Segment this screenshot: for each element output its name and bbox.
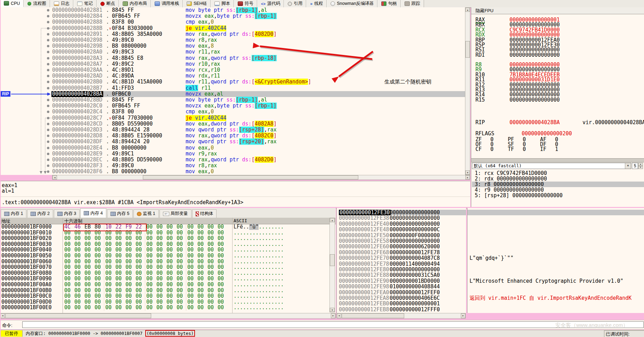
dump-byte[interactable]: 00 [146,235,156,241]
dump-ascii[interactable]: ................ [234,270,284,276]
dump-byte[interactable]: 00 [105,241,115,247]
dump-byte[interactable]: 00 [105,264,115,270]
dump-ascii[interactable]: ................ [234,264,284,270]
dump-byte[interactable]: 00 [125,293,136,299]
dump-byte[interactable]: 00 [105,247,115,253]
dump-byte[interactable]: 00 [115,253,125,259]
dump-ascii[interactable]: ................ [234,305,284,311]
register-row[interactable]: RFLAGS0000000000000200 [471,131,644,136]
dump-byte[interactable]: 00 [64,299,74,305]
stack-address[interactable]: 000000000012FE90 [339,278,389,284]
dump-byte[interactable]: 00 [146,259,156,265]
dump-byte[interactable]: 00 [177,259,187,265]
disasm-row[interactable]: 00000000004028D8.48:8B05 E1590000mov rax… [0,133,470,139]
dump-byte[interactable]: 00 [64,270,74,276]
dump-byte[interactable]: 00 [177,282,187,288]
dump-byte[interactable]: 00 [156,235,166,241]
dump-byte[interactable]: 00 [105,293,115,299]
dump-byte[interactable]: 00 [207,293,218,299]
breakpoint-dot-icon[interactable] [47,135,49,137]
dump-byte[interactable]: 00 [207,282,218,288]
dump-byte[interactable]: 00 [177,288,187,294]
stack-row[interactable]: 000000000012FE780000011400000494 [337,261,466,267]
dump-byte[interactable]: 00 [197,230,207,236]
disasm-row[interactable]: 00000000004028F3.49:89C0mov r8,rax [0,163,470,169]
dump-byte[interactable]: 00 [95,282,105,288]
stack-value[interactable]: 000000000000000C [390,227,440,232]
dump-byte[interactable]: 00 [105,253,115,259]
dump-byte[interactable]: 00 [64,253,74,259]
dump-byte[interactable]: 00 [166,259,177,265]
breakpoint-dot-icon[interactable] [47,123,49,125]
scroll-down-icon[interactable]: ▾ [465,170,470,175]
instruction-cell[interactable]: call r11 [186,85,211,91]
dump-byte[interactable]: 00 [84,264,95,270]
bytes-cell[interactable]: 41:FFD3 [112,85,134,91]
dump-ascii[interactable]: ................ [234,299,284,305]
disasm-v-thumb[interactable] [465,41,470,58]
dump-byte[interactable]: 00 [105,288,115,294]
bytes-cell[interactable]: 8845 FF [112,97,134,103]
dump-ascii[interactable]: ................ [234,230,284,236]
dump-byte[interactable]: 00 [197,270,207,276]
stack-value[interactable]: 0000000001BD0000 [390,278,440,284]
dump-byte[interactable]: 00 [136,259,146,265]
stack-address[interactable]: 000000000012FE40 [339,221,389,227]
bytes-cell[interactable]: 0F84 77030000 [112,115,153,121]
dump-byte[interactable]: 00 [156,264,166,270]
dump-byte[interactable]: 00 [218,230,228,236]
breakpoint-dot-icon[interactable] [47,87,49,89]
bytes-cell[interactable]: 49:89C0 [112,37,134,43]
dump-byte[interactable]: 00 [146,241,156,247]
tab-内存 3[interactable]: 内存 3 [54,209,80,218]
instruction-cell[interactable]: mov r9,rax [186,151,217,157]
address-cell[interactable]: 00000000004028C4 [52,109,103,115]
dump-byte[interactable]: 00 [115,270,125,276]
bytes-cell[interactable]: 49:89C1 [112,151,134,157]
bytes-cell[interactable]: B8 08000000 [112,43,146,49]
disasm-row[interactable]: 00000000004028AD.4C:89DAmov rdx,r11 [0,73,470,79]
address-cell[interactable]: 00000000004028EC [52,157,103,163]
dump-byte[interactable]: 00 [105,305,115,311]
dump-h-scrollbar[interactable]: ◂ ▸ [0,313,336,319]
stack-address[interactable]: 000000000012FE60 [339,244,389,249]
arg-count-field[interactable]: 5 [632,163,638,169]
dump-byte[interactable]: 00 [187,230,197,236]
disasm-row[interactable]: 00000000004028E4.B8 00000000mov eax,0 [0,145,470,151]
stack-value[interactable]: 000000000031C5A0 [390,272,440,278]
dump-byte[interactable]: 00 [146,230,156,236]
stack-row[interactable]: 000000000012FE900000000001BD0000 [337,278,466,284]
stack-address[interactable]: 000000000012FEB0 [339,301,389,306]
tab-局部变量[interactable]: x=局部变量 [160,209,191,218]
dump-byte[interactable]: 00 [166,288,177,294]
dump-ascii[interactable]: ................ [234,241,284,247]
stack-address[interactable]: 000000000012FE50 [339,233,389,238]
breakpoint-dot-icon[interactable] [47,117,49,119]
dump-byte[interactable]: 00 [218,299,228,305]
dump-h-thumb[interactable] [5,313,151,318]
dump-byte[interactable]: 00 [146,282,156,288]
dump-byte[interactable]: 00 [177,305,187,311]
address-cell[interactable]: 00000000004028BA [51,91,103,97]
dump-byte[interactable]: 00 [156,305,166,311]
dump-address[interactable]: 0000000001BF0020 [1,235,52,241]
dump-byte[interactable]: 00 [207,299,218,305]
tab-内存 5[interactable]: 内存 5 [107,209,133,218]
dump-byte[interactable]: 00 [177,241,187,247]
flags-row[interactable]: CF0TF0IF1 [471,147,644,152]
dump-byte[interactable]: 00 [156,276,166,282]
stack-value[interactable]: 0000000000406E6C [390,295,440,301]
dump-byte[interactable]: 00 [136,293,146,299]
tab-符号[interactable]: 符号 [234,0,257,7]
disasm-row[interactable]: 00000000004028B0.4C:8B1D 415A0000mov r11… [0,79,470,85]
dump-row[interactable]: 0000000001BF0030000000000000000000000000… [0,241,336,247]
dump-byte[interactable]: 00 [218,264,228,270]
breakpoint-dot-icon[interactable] [47,21,49,23]
dump-byte[interactable]: 00 [177,264,187,270]
dump-byte[interactable]: 00 [156,241,166,247]
dump-byte[interactable]: 00 [146,247,156,253]
dump-byte[interactable]: 00 [136,288,146,294]
instruction-cell[interactable]: movzx eax,byte ptr ss:[rbp-1] [186,103,277,109]
instruction-cell[interactable]: mov rax,qword ptr ds:[4082D0] [186,157,277,163]
address-cell[interactable]: 0000000000402888 [52,19,103,25]
